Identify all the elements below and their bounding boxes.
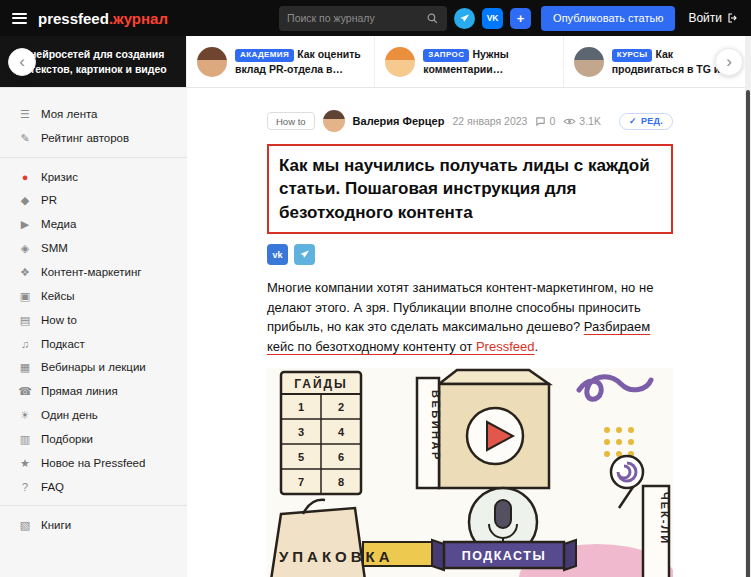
- sidebar-item-new-on-pressfeed[interactable]: ★Новое на Pressfeed: [0, 451, 187, 475]
- phone-icon: ☎: [18, 385, 32, 398]
- svg-text:УПАКОВКА: УПАКОВКА: [279, 548, 394, 565]
- intro-brand-link[interactable]: Pressfeed: [476, 339, 535, 354]
- divider: [0, 157, 187, 158]
- featured-item-request[interactable]: ЗАПРОСНужны комментарии маркетологов, юр…: [375, 36, 563, 87]
- sidebar-item-label: Моя лента: [41, 108, 98, 120]
- sidebar-item-label: Книги: [41, 519, 71, 531]
- category-badge: КУРСЫ: [612, 49, 653, 62]
- eye-icon: [563, 115, 576, 128]
- sidebar-nav: ☰Моя лента ✎Рейтинг авторов ●Кризис ◆PR …: [0, 88, 187, 577]
- publish-date: 22 января 2023: [452, 115, 527, 127]
- crisis-icon: ●: [18, 171, 32, 183]
- article: How to Валерия Ферцер 22 января 2023 0 3…: [267, 88, 673, 577]
- author-avatar[interactable]: [323, 110, 345, 132]
- question-icon: ?: [18, 481, 32, 493]
- divider: [0, 505, 187, 506]
- article-intro: Многие компании хотят заниматься контент…: [267, 278, 673, 356]
- featured-item-academy[interactable]: АКАДЕМИЯКак оценить вклад PR-отдела в би…: [187, 36, 375, 87]
- carousel-prev-button[interactable]: ‹: [8, 48, 36, 76]
- scrollbar-thumb[interactable]: [746, 90, 750, 577]
- sidebar-item-pr[interactable]: ◆PR: [0, 188, 187, 212]
- sidebar-item-label: Подборки: [41, 433, 93, 445]
- sidebar-item-faq[interactable]: ?FAQ: [0, 475, 187, 498]
- star-icon: ★: [18, 457, 32, 470]
- author-name[interactable]: Валерия Ферцер: [353, 115, 445, 127]
- collections-icon: ▥: [18, 433, 32, 446]
- webinar-icon: ▦: [18, 361, 32, 374]
- svg-text:ПОДКАСТЫ: ПОДКАСТЫ: [462, 549, 546, 563]
- share-telegram-icon[interactable]: [294, 244, 315, 265]
- login-button[interactable]: Войти: [688, 11, 739, 25]
- sidebar-item-how-to[interactable]: ▤How to: [0, 308, 187, 332]
- hamburger-menu-icon[interactable]: [12, 10, 28, 26]
- sidebar-item-crisis[interactable]: ●Кризис: [0, 165, 187, 188]
- sidebar-item-smm[interactable]: ◈SMM: [0, 236, 187, 260]
- sidebar-item-books[interactable]: ▧Книги: [0, 513, 187, 537]
- svg-text:4: 4: [338, 426, 345, 438]
- carousel-next-button[interactable]: ›: [715, 48, 743, 76]
- sidebar-item-content-marketing[interactable]: ❖Контент-маркетинг: [0, 260, 187, 284]
- comment-icon: [535, 116, 546, 127]
- sidebar-item-my-feed[interactable]: ☰Моя лента: [0, 102, 187, 126]
- pressfeed-journal-page: pressfeed.журнал VK + Опубликовать стать…: [0, 0, 751, 577]
- article-illustration: ГАЙДЫ 1 2 3 4 5 6 7 8: [267, 368, 673, 577]
- comments-count: 0: [549, 115, 555, 127]
- edited-badge: ✓ РЕД.: [619, 113, 673, 130]
- featured-item-title: ЗАПРОСНужны комментарии маркетологов, юр…: [423, 47, 552, 76]
- sidebar-item-authors-rating[interactable]: ✎Рейтинг авторов: [0, 126, 187, 150]
- smm-icon: ◈: [18, 242, 32, 255]
- sidebar-item-direct-line[interactable]: ☎Прямая линия: [0, 379, 187, 403]
- sidebar-item-cases[interactable]: ▣Кейсы: [0, 284, 187, 308]
- pencil-icon: ✎: [18, 132, 32, 145]
- logo[interactable]: pressfeed.журнал: [38, 10, 168, 27]
- svg-text:6: 6: [338, 451, 344, 463]
- article-title: Как мы научились получать лиды с каждой …: [279, 154, 661, 224]
- logo-brand: pressfeed: [38, 10, 109, 27]
- search-icon[interactable]: [426, 12, 439, 25]
- featured-carousel: ‹ нейросетей для создания текстов, карти…: [0, 36, 751, 88]
- sidebar-item-label: Вебинары и лекции: [41, 361, 146, 373]
- yellow-dots: [604, 427, 634, 457]
- search-box[interactable]: [279, 6, 447, 31]
- svg-text:ЧЕК-ЛИ: ЧЕК-ЛИ: [659, 492, 671, 545]
- sun-icon: ☀: [18, 409, 32, 422]
- article-meta-row: How to Валерия Ферцер 22 января 2023 0 3…: [267, 110, 673, 132]
- sidebar-item-podcast[interactable]: ♫Подкаст: [0, 332, 187, 355]
- webinar-box: ВЕБИНАР: [417, 370, 549, 488]
- svg-text:ВЕБИНАР: ВЕБИНАР: [430, 390, 442, 462]
- category-chip[interactable]: How to: [267, 112, 315, 130]
- sidebar-item-label: Медиа: [41, 218, 76, 230]
- svg-text:3: 3: [298, 426, 304, 438]
- sidebar-item-label: SMM: [41, 242, 68, 254]
- share-vk-icon[interactable]: vk: [267, 244, 288, 265]
- checklist-strip: ЧЕК-ЛИ: [643, 486, 671, 577]
- books-icon: ▧: [18, 519, 32, 532]
- comments-stat[interactable]: 0: [535, 115, 555, 127]
- svg-text:5: 5: [298, 451, 304, 463]
- sidebar-item-webinars[interactable]: ▦Вебинары и лекции: [0, 355, 187, 379]
- sidebar-item-label: How to: [41, 314, 77, 326]
- search-input[interactable]: [287, 12, 426, 24]
- svg-text:1: 1: [298, 401, 304, 413]
- sidebar-item-collections[interactable]: ▥Подборки: [0, 427, 187, 451]
- guides-calendar: ГАЙДЫ 1 2 3 4 5 6 7 8: [281, 372, 361, 494]
- sidebar-item-media[interactable]: ▶Медиа: [0, 212, 187, 236]
- page-scrollbar[interactable]: [745, 36, 751, 577]
- sidebar-item-label: Кейсы: [41, 290, 75, 302]
- add-social-icon[interactable]: +: [510, 8, 531, 29]
- avatar: [197, 47, 227, 77]
- featured-item-title: АКАДЕМИЯКак оценить вклад PR-отдела в би…: [235, 47, 364, 76]
- vk-icon[interactable]: VK: [482, 8, 503, 29]
- check-icon: ✓: [629, 116, 637, 126]
- category-badge: АКАДЕМИЯ: [235, 49, 294, 62]
- sidebar-item-label: Прямая линия: [41, 385, 118, 397]
- article-area: How to Валерия Ферцер 22 января 2023 0 3…: [187, 88, 751, 577]
- sidebar-item-label: FAQ: [41, 481, 64, 493]
- telegram-icon[interactable]: [454, 8, 475, 29]
- media-icon: ▶: [18, 218, 32, 231]
- top-bar: pressfeed.журнал VK + Опубликовать стать…: [0, 0, 751, 36]
- sidebar-item-label: Новое на Pressfeed: [41, 457, 145, 469]
- sidebar-item-label: Кризис: [41, 171, 78, 183]
- sidebar-item-one-day[interactable]: ☀Один день: [0, 403, 187, 427]
- publish-article-button[interactable]: Опубликовать статью: [541, 6, 675, 31]
